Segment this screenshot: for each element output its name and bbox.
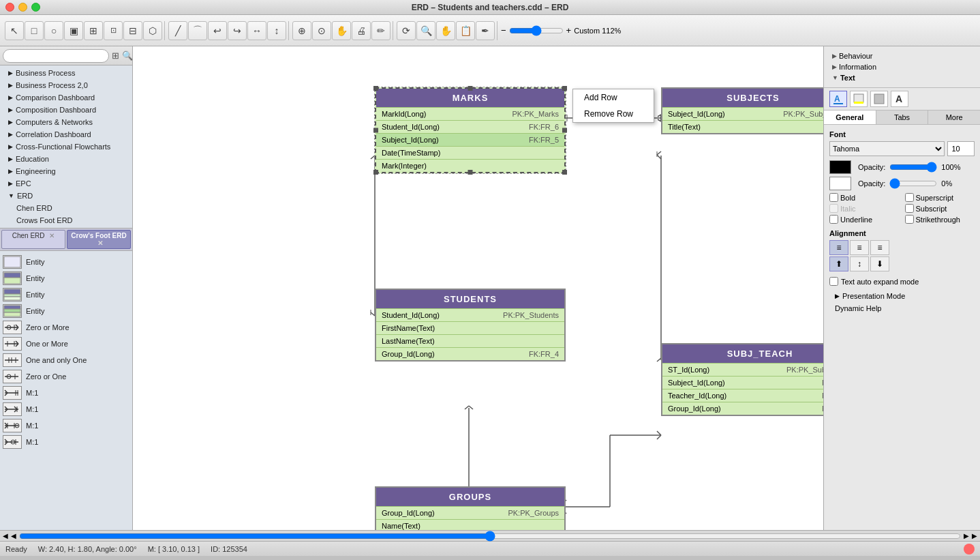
- grid-tool[interactable]: ⊞: [84, 21, 103, 40]
- align-top-btn[interactable]: ⬆: [829, 256, 848, 271]
- nav-composition-dashboard[interactable]: ▶Composition Dashboard: [0, 104, 132, 116]
- align-bottom-btn[interactable]: ⬇: [870, 256, 889, 271]
- sel-handle-bm[interactable]: [468, 170, 473, 175]
- hand-tool[interactable]: ✋: [436, 21, 455, 40]
- font-family-select[interactable]: Tahoma Arial Helvetica: [829, 141, 945, 156]
- nav-cross-functional[interactable]: ▶Cross-Functional Flowcharts: [0, 141, 132, 153]
- sel-handle-tr[interactable]: [562, 86, 567, 91]
- nav-erd[interactable]: ▼ERD: [0, 190, 132, 202]
- sel-handle-tl[interactable]: [373, 86, 378, 91]
- rp-tab-general[interactable]: General: [824, 110, 876, 124]
- search-tool[interactable]: 🔍: [416, 21, 435, 40]
- superscript-checkbox[interactable]: [905, 193, 914, 202]
- scroll-arrow-left[interactable]: ◀: [11, 532, 16, 540]
- canvas-area[interactable]: MARKS MarkId(Long) PK:PK_Marks Student_I…: [133, 46, 823, 530]
- subscript-checkbox[interactable]: [905, 204, 914, 213]
- align-right-btn[interactable]: ≡: [870, 240, 889, 255]
- scroll-arrow-right[interactable]: ▶: [964, 532, 969, 540]
- strikethrough-check-item[interactable]: Strikethrough: [905, 215, 975, 224]
- subscript-check-item[interactable]: Subscript: [905, 204, 975, 213]
- rp-dynamic-help[interactable]: Dynamic Help: [829, 302, 975, 314]
- ctx-add-row[interactable]: Add Row: [573, 89, 654, 106]
- rp-highlight-icon-btn[interactable]: [850, 91, 868, 107]
- hex-tool[interactable]: ⬡: [143, 21, 162, 40]
- nav-engineering[interactable]: ▶Engineering: [0, 165, 132, 177]
- nav-computers-networks[interactable]: ▶Computers & Networks: [0, 116, 132, 128]
- close-chen-erd[interactable]: ✕: [49, 232, 55, 239]
- bold-checkbox[interactable]: [829, 193, 838, 202]
- connect-h-tool[interactable]: ↔: [247, 21, 266, 40]
- close-button[interactable]: [5, 3, 14, 12]
- zero-or-one-item[interactable]: Zero or One: [0, 368, 132, 385]
- rp-underline-icon-btn[interactable]: A: [829, 91, 847, 107]
- color2-swatch[interactable]: [829, 177, 851, 190]
- close-crows-foot-erd[interactable]: ✕: [97, 239, 103, 247]
- sel-handle-ml[interactable]: [373, 128, 378, 133]
- sel-handle-mr[interactable]: [562, 128, 567, 133]
- connect-v-tool[interactable]: ↕: [267, 21, 286, 40]
- rect-tool[interactable]: □: [25, 21, 44, 40]
- split-tool[interactable]: ⊡: [104, 21, 123, 40]
- nav-crows-foot-erd[interactable]: Crows Foot ERD: [0, 214, 132, 226]
- canvas[interactable]: MARKS MarkId(Long) PK:PK_Marks Student_I…: [133, 46, 823, 530]
- opacity2-slider[interactable]: [889, 178, 937, 189]
- search-input[interactable]: [3, 49, 109, 63]
- align-left-btn[interactable]: ≡: [829, 240, 848, 255]
- zoom-out-icon[interactable]: −: [501, 25, 506, 35]
- table-tool[interactable]: ▣: [64, 21, 83, 40]
- subj-teach-table[interactable]: SUBJ_TEACH ST_Id(Long) PK:PK_Subj_Teach …: [661, 343, 823, 416]
- nav-correlation-dashboard[interactable]: ▶Correlation Dashboard: [0, 128, 132, 141]
- italic-check-item[interactable]: Italic: [829, 204, 900, 213]
- copy-tool[interactable]: 📋: [456, 21, 475, 40]
- nav-comparison-dashboard[interactable]: ▶Comparison Dashboard: [0, 91, 132, 104]
- sel-handle-tm[interactable]: [468, 86, 473, 91]
- rp-information[interactable]: ▶ Information: [829, 61, 975, 72]
- zoom-in-icon[interactable]: +: [566, 25, 572, 35]
- scroll-left-btn[interactable]: ◀: [3, 532, 8, 540]
- m1-item-2[interactable]: M:1: [0, 401, 132, 417]
- marks-table[interactable]: MARKS MarkId(Long) PK:PK_Marks Student_I…: [375, 87, 566, 173]
- font-size-input[interactable]: [947, 141, 975, 156]
- nav-business-process[interactable]: ▶Business Process: [0, 67, 132, 79]
- rp-text[interactable]: ▼ Text: [829, 72, 975, 83]
- zero-or-more-item[interactable]: Zero or More: [0, 319, 132, 336]
- zoom-fit-tool[interactable]: ⊙: [312, 21, 331, 40]
- one-or-more-item[interactable]: One or More: [0, 336, 132, 352]
- text-auto-expand-checkbox[interactable]: [829, 277, 838, 286]
- underline-checkbox[interactable]: [829, 215, 838, 224]
- rp-tab-more[interactable]: More: [928, 110, 980, 124]
- sel-handle-br[interactable]: [562, 170, 567, 175]
- print-tool[interactable]: 🖨: [352, 21, 371, 40]
- subjects-table[interactable]: SUBJECTS Subject_Id(Long) PK:PK_Subjects…: [661, 87, 823, 134]
- window-controls[interactable]: [5, 3, 40, 12]
- one-and-only-one-item[interactable]: One and only One: [0, 352, 132, 368]
- horizontal-scroll-input[interactable]: [19, 531, 961, 542]
- curve-tool[interactable]: ⌒: [188, 21, 207, 40]
- nav-education[interactable]: ▶Education: [0, 153, 132, 165]
- opacity1-slider[interactable]: [889, 162, 937, 173]
- sel-handle-bl[interactable]: [373, 170, 378, 175]
- edit-tool[interactable]: ✒: [476, 21, 495, 40]
- rp-fill-icon-btn[interactable]: [870, 91, 888, 107]
- bold-check-item[interactable]: Bold: [829, 193, 900, 202]
- tab-chen-erd[interactable]: Chen ERD ✕: [1, 230, 65, 249]
- nav-epc[interactable]: ▶EPC: [0, 177, 132, 190]
- redo-tool[interactable]: ↪: [228, 21, 247, 40]
- pan-tool[interactable]: ✋: [332, 21, 351, 40]
- undo-tool[interactable]: ↩: [208, 21, 227, 40]
- refresh-tool[interactable]: ⟳: [397, 21, 416, 40]
- scroll-right-btn[interactable]: ▶: [972, 532, 977, 540]
- rp-tab-tabs[interactable]: Tabs: [876, 110, 929, 124]
- groups-table[interactable]: GROUPS Group_Id(Long) PK:PK_Groups Name(…: [375, 486, 566, 530]
- entity-plain-item[interactable]: Entity: [0, 254, 132, 270]
- search-button[interactable]: 🔍: [122, 49, 133, 63]
- tab-crows-foot-erd[interactable]: Crow's Foot ERD ✕: [67, 230, 131, 249]
- select-tool[interactable]: ↖: [5, 21, 24, 40]
- rp-behaviour[interactable]: ▶ Behaviour: [829, 50, 975, 61]
- rp-text-icon-btn[interactable]: A: [891, 91, 908, 107]
- line-tool[interactable]: ╱: [168, 21, 187, 40]
- minus-tool[interactable]: ⊟: [123, 21, 142, 40]
- ctx-remove-row[interactable]: Remove Row: [573, 106, 654, 122]
- m1-item-4[interactable]: M:1: [0, 434, 132, 450]
- maximize-button[interactable]: [31, 3, 40, 12]
